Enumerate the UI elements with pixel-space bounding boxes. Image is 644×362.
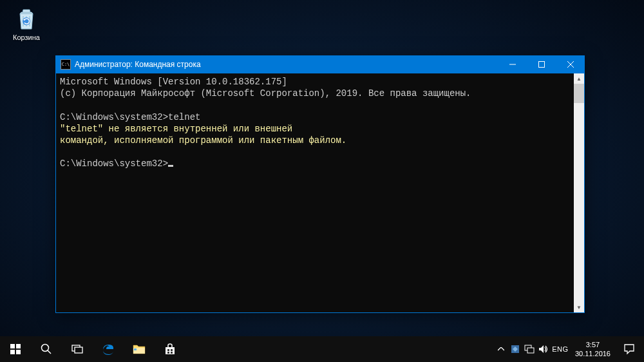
tray-chevron-icon[interactable] bbox=[494, 336, 508, 362]
close-button[interactable] bbox=[556, 55, 585, 73]
system-tray: ENG 3:57 30.11.2016 bbox=[493, 336, 644, 362]
line-prompt1: C:\Windows\system32> bbox=[60, 112, 168, 122]
cursor bbox=[168, 165, 173, 167]
clock-date: 30.11.2016 bbox=[575, 349, 611, 358]
svg-rect-14 bbox=[171, 352, 173, 354]
search-button[interactable] bbox=[31, 336, 62, 362]
svg-rect-5 bbox=[16, 350, 21, 354]
svg-rect-12 bbox=[171, 349, 173, 351]
svg-rect-17 bbox=[527, 348, 534, 353]
svg-rect-8 bbox=[75, 347, 82, 353]
taskbar: ENG 3:57 30.11.2016 bbox=[0, 336, 644, 362]
scroll-thumb[interactable] bbox=[574, 84, 584, 103]
line-prompt2: C:\Windows\system32> bbox=[60, 158, 168, 169]
maximize-button[interactable] bbox=[527, 55, 556, 73]
start-button[interactable] bbox=[0, 336, 31, 362]
cmd-output: Microsoft Windows [Version 10.0.18362.17… bbox=[56, 73, 584, 173]
store-button[interactable] bbox=[155, 336, 185, 362]
line-copyright: (c) Корпорация Майкрософт (Microsoft Cor… bbox=[60, 88, 471, 99]
svg-rect-2 bbox=[10, 344, 15, 348]
network-icon[interactable] bbox=[522, 336, 536, 362]
svg-rect-10 bbox=[134, 348, 137, 350]
edge-button[interactable] bbox=[93, 336, 124, 362]
recycle-bin-label: Корзина bbox=[6, 33, 46, 41]
recycle-bin[interactable]: Корзина bbox=[6, 5, 46, 41]
scrollbar[interactable]: ▲ ▼ bbox=[574, 73, 584, 312]
recycle-bin-icon bbox=[13, 5, 40, 32]
svg-rect-4 bbox=[10, 350, 15, 354]
line-error1: "telnet" не является внутренней или внеш… bbox=[60, 124, 292, 134]
taskview-button[interactable] bbox=[62, 336, 93, 362]
cmd-icon bbox=[61, 59, 71, 70]
cmd-window: Администратор: Командная строка Microsof… bbox=[55, 55, 585, 313]
svg-rect-13 bbox=[167, 352, 169, 354]
language-indicator[interactable]: ENG bbox=[551, 336, 570, 362]
clock-time: 3:57 bbox=[586, 340, 600, 349]
svg-rect-11 bbox=[167, 349, 169, 351]
line-command1: telnet bbox=[168, 112, 200, 122]
scroll-up-arrow[interactable]: ▲ bbox=[574, 73, 584, 84]
svg-rect-1 bbox=[538, 62, 544, 68]
line-version: Microsoft Windows [Version 10.0.18362.17… bbox=[60, 77, 287, 87]
minimize-button[interactable] bbox=[498, 55, 527, 73]
svg-point-6 bbox=[42, 345, 49, 352]
cmd-body[interactable]: Microsoft Windows [Version 10.0.18362.17… bbox=[55, 73, 585, 313]
notification-center-button[interactable] bbox=[616, 343, 643, 355]
scroll-down-arrow[interactable]: ▼ bbox=[574, 302, 584, 312]
tray-app-icon[interactable] bbox=[508, 336, 522, 362]
volume-icon[interactable] bbox=[536, 336, 551, 362]
window-title: Администратор: Командная строка bbox=[75, 60, 498, 69]
line-error2: командой, исполняемой программой или пак… bbox=[60, 135, 346, 146]
explorer-button[interactable] bbox=[124, 336, 155, 362]
taskbar-spacer bbox=[185, 336, 493, 362]
titlebar[interactable]: Администратор: Командная строка bbox=[55, 55, 585, 73]
svg-rect-3 bbox=[16, 344, 21, 348]
clock[interactable]: 3:57 30.11.2016 bbox=[570, 340, 616, 359]
